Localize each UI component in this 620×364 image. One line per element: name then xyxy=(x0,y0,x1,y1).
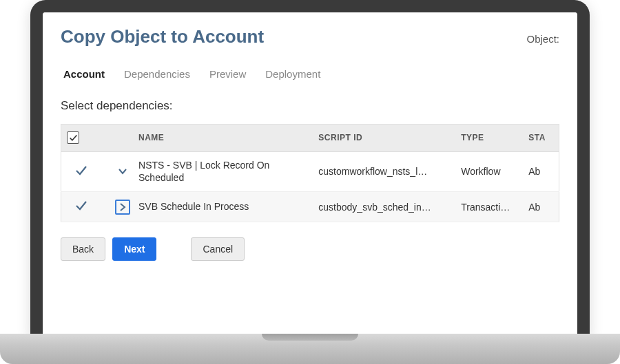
laptop-frame: Copy Object to Account Object: Account D… xyxy=(30,0,590,336)
object-label: Object: xyxy=(526,33,559,45)
next-button[interactable]: Next xyxy=(112,237,156,261)
section-label: Select dependencies: xyxy=(61,99,559,113)
page-title: Copy Object to Account xyxy=(61,26,264,47)
chevron-down-icon xyxy=(118,167,127,176)
dependencies-table: NAME SCRIPT ID TYPE STA xyxy=(61,124,559,222)
chevron-right-icon xyxy=(118,202,127,212)
app-screen: Copy Object to Account Object: Account D… xyxy=(43,12,577,336)
header-row: Copy Object to Account Object: xyxy=(61,26,559,47)
col-header-status: STA xyxy=(523,125,559,152)
check-icon xyxy=(69,133,78,142)
col-header-select xyxy=(61,125,102,152)
row-checkbox[interactable] xyxy=(74,204,88,215)
back-button[interactable]: Back xyxy=(61,237,105,261)
check-icon xyxy=(74,199,88,213)
row-scriptid: customworkflow_nsts_l… xyxy=(313,151,455,192)
table-row: SVB Schedule In Process custbody_svb_sch… xyxy=(61,192,559,222)
cancel-button[interactable]: Cancel xyxy=(191,237,245,261)
col-header-type: TYPE xyxy=(455,125,523,152)
tab-dependencies[interactable]: Dependencies xyxy=(124,68,190,83)
tab-deployment[interactable]: Deployment xyxy=(265,68,320,83)
row-name: NSTS - SVB | Lock Record On Scheduled xyxy=(138,159,307,185)
select-all-checkbox[interactable] xyxy=(67,131,79,144)
tabs: Account Dependencies Preview Deployment xyxy=(61,68,559,83)
row-status: Ab xyxy=(523,192,559,222)
row-type: Workflow xyxy=(455,151,523,192)
col-header-expand xyxy=(101,125,133,152)
button-row: Back Next Cancel xyxy=(61,237,559,261)
check-icon xyxy=(74,164,88,178)
row-type: Transacti… xyxy=(455,192,523,222)
table-row: NSTS - SVB | Lock Record On Scheduled cu… xyxy=(61,151,559,192)
tab-account[interactable]: Account xyxy=(63,68,105,83)
tab-preview[interactable]: Preview xyxy=(209,68,246,83)
col-header-name: NAME xyxy=(133,125,313,152)
expand-toggle[interactable] xyxy=(115,164,130,179)
row-status: Ab xyxy=(523,151,559,192)
row-checkbox[interactable] xyxy=(74,169,88,180)
row-name: SVB Schedule In Process xyxy=(138,200,249,213)
row-scriptid: custbody_svb_sched_in… xyxy=(313,192,455,222)
expand-toggle[interactable] xyxy=(115,200,130,215)
laptop-base xyxy=(0,334,620,364)
col-header-scriptid: SCRIPT ID xyxy=(313,125,455,152)
